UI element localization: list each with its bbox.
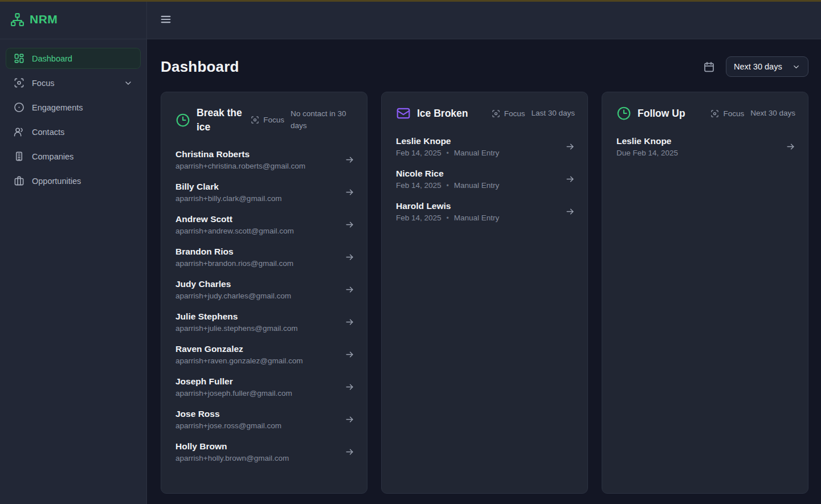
list-item-text: Harold LewisFeb 14, 2025•Manual Entry — [396, 201, 499, 222]
card-ice-broken: Ice Broken Focus Last 30 days Leslie Kno… — [381, 92, 588, 494]
list-item[interactable]: Christina Robertsaparrish+christina.robe… — [175, 149, 354, 170]
subtitle-part: Manual Entry — [454, 181, 500, 190]
contact-subtitle: aparrish+holly.brown@gmail.com — [175, 454, 289, 462]
focus-label: Focus — [723, 109, 744, 118]
subtitle-part: Manual Entry — [454, 214, 500, 222]
list-item[interactable]: Raven Gonzalezaparrish+raven.gonzalez@gm… — [175, 344, 354, 365]
list-item[interactable]: Julie Stephensaparrish+julie.stephens@gm… — [175, 312, 354, 333]
subtitle-part: aparrish+julie.stephens@gmail.com — [175, 324, 297, 333]
focus-icon — [492, 109, 500, 118]
arrow-right-icon[interactable] — [345, 220, 354, 230]
sidebar-item-label: Contacts — [32, 128, 64, 137]
arrow-right-icon[interactable] — [565, 174, 575, 184]
list-item[interactable]: Harold LewisFeb 14, 2025•Manual Entry — [396, 201, 575, 222]
contact-name: Julie Stephens — [175, 312, 297, 322]
companies-icon — [14, 151, 24, 162]
sidebar-item-opportunities[interactable]: Opportunities — [6, 170, 141, 191]
list-item[interactable]: Judy Charlesaparrish+judy.charles@gmail.… — [175, 279, 354, 300]
list-item-text: Billy Clarkaparrish+billy.clark@gmail.co… — [175, 182, 281, 203]
arrow-right-icon[interactable] — [345, 252, 354, 262]
sidebar-item-label: Opportunities — [32, 177, 81, 186]
sidebar-item-dashboard[interactable]: Dashboard — [6, 48, 141, 69]
arrow-right-icon[interactable] — [345, 415, 354, 424]
contact-name: Holly Brown — [175, 441, 289, 452]
menu-button[interactable] — [160, 13, 172, 26]
contact-subtitle: aparrish+christina.roberts@gmail.com — [175, 162, 305, 170]
sidebar-item-focus[interactable]: Focus — [6, 72, 141, 93]
engagements-icon — [14, 102, 24, 113]
card-period: Last 30 days — [531, 108, 575, 119]
content: Dashboard Next 30 days Break the ice — [147, 39, 821, 504]
hamburger-icon — [160, 13, 172, 26]
contact-subtitle: aparrish+raven.gonzalez@gmail.com — [175, 357, 303, 365]
main-area: Dashboard Next 30 days Break the ice — [147, 0, 821, 504]
card-title: Ice Broken — [417, 106, 485, 121]
arrow-right-icon[interactable] — [345, 155, 354, 165]
arrow-right-icon[interactable] — [786, 142, 795, 151]
period-select-value: Next 30 days — [734, 62, 782, 71]
list-item-text: Brandon Riosaparrish+brandon.rios@gmail.… — [175, 247, 293, 268]
list-item-text: Holly Brownaparrish+holly.brown@gmail.co… — [175, 441, 289, 462]
sidebar-header: NRM — [0, 0, 146, 39]
list-item[interactable]: Leslie KnopeDue Feb 14, 2025 — [616, 136, 795, 157]
sidebar-item-label: Focus — [32, 79, 55, 88]
subtitle-part: Feb 14, 2025 — [396, 214, 442, 222]
arrow-right-icon[interactable] — [345, 350, 354, 359]
contact-subtitle: Feb 14, 2025•Manual Entry — [396, 181, 499, 190]
list-item-text: Andrew Scottaparrish+andrew.scott@gmail.… — [175, 214, 294, 235]
arrow-right-icon[interactable] — [345, 187, 354, 197]
list-item[interactable]: Billy Clarkaparrish+billy.clark@gmail.co… — [175, 182, 354, 203]
subtitle-part: aparrish+holly.brown@gmail.com — [175, 454, 289, 462]
list-item[interactable]: Holly Brownaparrish+holly.brown@gmail.co… — [175, 441, 354, 462]
card-items: Christina Robertsaparrish+christina.robe… — [175, 149, 354, 462]
calendar-button[interactable] — [703, 61, 715, 73]
arrow-right-icon[interactable] — [565, 207, 575, 216]
contact-name: Harold Lewis — [396, 201, 499, 211]
card-follow-up: Follow Up Focus Next 30 days Leslie Knop… — [602, 92, 808, 494]
topbar — [147, 0, 821, 39]
list-item[interactable]: Joseph Fulleraparrish+joseph.fuller@gmai… — [175, 376, 354, 398]
list-item[interactable]: Nicole RiceFeb 14, 2025•Manual Entry — [396, 169, 575, 190]
contact-subtitle: aparrish+julie.stephens@gmail.com — [175, 324, 297, 333]
list-item-text: Joseph Fulleraparrish+joseph.fuller@gmai… — [175, 376, 292, 398]
list-item[interactable]: Leslie KnopeFeb 14, 2025•Manual Entry — [396, 136, 575, 157]
card-title: Follow Up — [638, 106, 704, 121]
focus-label: Focus — [504, 109, 525, 118]
card-items: Leslie KnopeFeb 14, 2025•Manual EntryNic… — [396, 136, 575, 222]
subtitle-part: Manual Entry — [454, 149, 500, 157]
subtitle-part: Feb 14, 2025 — [396, 181, 442, 190]
focus-badge: Focus — [251, 116, 284, 124]
subtitle-part: aparrish+joseph.fuller@gmail.com — [175, 389, 292, 398]
list-item[interactable]: Jose Rossaparrish+jose.ross@gmail.com — [175, 409, 354, 430]
contacts-icon — [14, 126, 24, 137]
arrow-right-icon[interactable] — [345, 447, 354, 457]
clock-icon — [175, 113, 190, 128]
sidebar-item-companies[interactable]: Companies — [6, 146, 141, 167]
arrow-right-icon[interactable] — [345, 285, 354, 294]
sidebar-item-engagements[interactable]: Engagements — [6, 97, 141, 118]
app-logo-text: NRM — [30, 13, 58, 26]
chevron-down-icon[interactable] — [124, 79, 133, 88]
calendar-icon — [703, 61, 715, 73]
list-item[interactable]: Andrew Scottaparrish+andrew.scott@gmail.… — [175, 214, 354, 235]
contact-subtitle: Feb 14, 2025•Manual Entry — [396, 149, 499, 157]
subtitle-part: aparrish+raven.gonzalez@gmail.com — [175, 357, 303, 365]
period-select[interactable]: Next 30 days — [726, 56, 808, 77]
sidebar-nav: DashboardFocusEngagementsContactsCompani… — [0, 39, 146, 200]
arrow-right-icon[interactable] — [345, 317, 354, 327]
contact-subtitle: aparrish+joseph.fuller@gmail.com — [175, 389, 292, 398]
contact-subtitle: aparrish+brandon.rios@gmail.com — [175, 259, 293, 268]
list-item[interactable]: Brandon Riosaparrish+brandon.rios@gmail.… — [175, 247, 354, 268]
dashboard-cards: Break the ice Focus No contact in 30 day… — [161, 92, 808, 494]
contact-subtitle: aparrish+andrew.scott@gmail.com — [175, 227, 294, 235]
page-title: Dashboard — [161, 58, 239, 76]
card-header: Ice Broken Focus Last 30 days — [396, 106, 575, 121]
sidebar-item-contacts[interactable]: Contacts — [6, 121, 141, 142]
arrow-right-icon[interactable] — [345, 382, 354, 392]
contact-name: Leslie Knope — [616, 136, 678, 146]
chevron-down-icon — [792, 63, 800, 71]
arrow-right-icon[interactable] — [565, 142, 575, 151]
focus-icon — [251, 116, 259, 124]
contact-name: Leslie Knope — [396, 136, 499, 146]
subtitle-part: aparrish+judy.charles@gmail.com — [175, 292, 291, 300]
